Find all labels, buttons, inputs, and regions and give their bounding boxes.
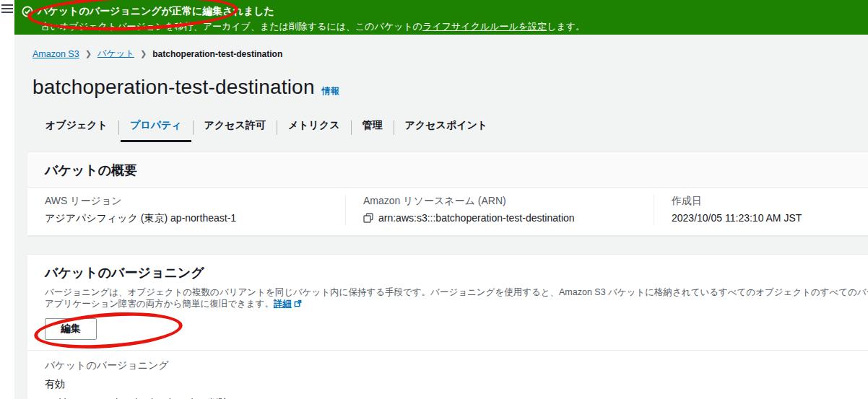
tab-bar: オブジェクト プロパティ アクセス許可 メトリクス 管理 アクセスポイント <box>35 115 868 142</box>
versioning-learn-more-link[interactable]: 詳細 <box>274 299 292 309</box>
tab-management[interactable]: 管理 <box>352 115 394 142</box>
breadcrumb-separator: ❯ <box>140 49 147 58</box>
lifecycle-rule-link[interactable]: ライフサイクルルールを設定 <box>422 21 547 32</box>
tab-permissions[interactable]: アクセス許可 <box>194 115 277 142</box>
page-title: batchoperation-test-destination <box>32 76 315 99</box>
tab-objects[interactable]: オブジェクト <box>35 115 118 142</box>
creation-date-value: 2023/10/05 11:23:10 AM JST <box>672 212 868 224</box>
arn-value: arn:aws:s3:::batchoperation-test-destina… <box>378 212 575 224</box>
flashbar-title: バケットのバージョニングが正常に編集されました <box>38 5 274 18</box>
external-link-icon <box>294 299 302 307</box>
region-label: AWS リージョン <box>45 195 328 208</box>
tab-metrics[interactable]: メトリクス <box>277 115 351 142</box>
tab-properties[interactable]: プロパティ <box>119 115 193 142</box>
edit-versioning-button[interactable]: 編集 <box>45 318 97 340</box>
copy-icon <box>363 213 373 223</box>
overview-title: バケットの概要 <box>45 162 868 179</box>
page-content: Amazon S3 ❯ バケット ❯ batchoperation-test-d… <box>14 35 868 399</box>
bucket-overview-card: バケットの概要 AWS リージョン アジアパシフィック (東京) ap-nort… <box>27 152 868 236</box>
versioning-description-line2: アプリケーション障害の両方から簡単に復旧できます。詳細 <box>45 298 868 310</box>
versioning-title: バケットのバージョニング <box>45 264 868 281</box>
tab-access-points[interactable]: アクセスポイント <box>394 115 499 142</box>
main-area: バケットのバージョニングが正常に編集されました 古いオブジェクトバージョンを移行… <box>14 0 868 399</box>
region-value: アジアパシフィック (東京) ap-northeast-1 <box>45 212 328 225</box>
versioning-status-label: バケットのバージョニング <box>45 359 868 372</box>
breadcrumb-buckets[interactable]: バケット <box>97 48 134 60</box>
bucket-versioning-card: バケットのバージョニング バージョニングは、オブジェクトの複数のバリアントを同じ… <box>27 254 868 399</box>
creation-date-label: 作成日 <box>672 195 868 208</box>
breadcrumb-amazon-s3[interactable]: Amazon S3 <box>32 49 79 59</box>
versioning-description-line1: バージョニングは、オブジェクトの複数のバリアントを同じバケット内に保持する手段で… <box>45 286 868 298</box>
versioning-status-value: 有効 <box>45 378 868 391</box>
breadcrumb-separator: ❯ <box>85 49 92 58</box>
breadcrumb: Amazon S3 ❯ バケット ❯ batchoperation-test-d… <box>32 48 868 60</box>
info-link[interactable]: 情報 <box>322 85 339 97</box>
hamburger-menu-icon[interactable] <box>1 3 13 14</box>
breadcrumb-current: batchoperation-test-destination <box>152 49 282 59</box>
collapsed-sidenav <box>0 0 14 399</box>
flashbar-message: 古いオブジェクトバージョンを移行、アーカイブ、または削除するには、このバケットの… <box>40 20 856 33</box>
success-flashbar: バケットのバージョニングが正常に編集されました 古いオブジェクトバージョンを移行… <box>14 0 868 35</box>
arn-label: Amazon リソースネーム (ARN) <box>363 195 636 208</box>
copy-arn-button[interactable] <box>363 213 373 223</box>
success-check-icon <box>22 6 33 17</box>
